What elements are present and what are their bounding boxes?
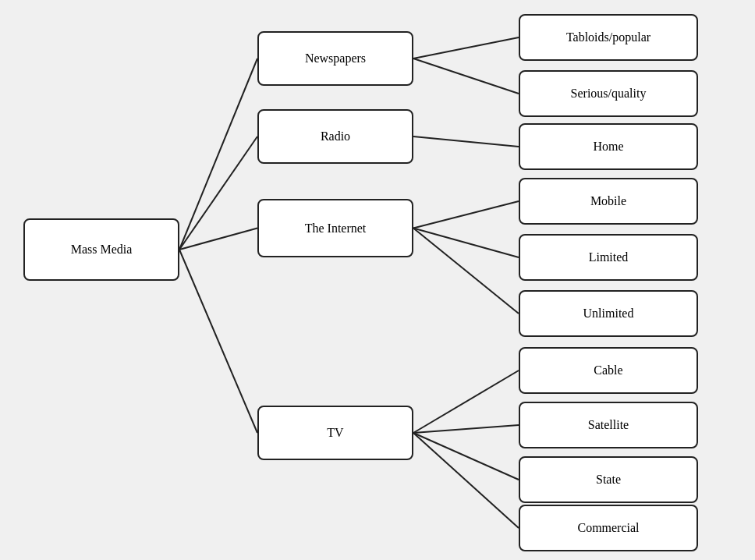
svg-line-2 xyxy=(179,229,257,250)
node-cable: Cable xyxy=(519,347,698,394)
node-newspapers: Newspapers xyxy=(257,31,413,86)
node-radio: Radio xyxy=(257,109,413,164)
svg-line-12 xyxy=(413,433,519,480)
node-mass-media: Mass Media xyxy=(23,218,179,281)
node-limited: Limited xyxy=(519,234,698,281)
node-commercial: Commercial xyxy=(519,505,698,551)
svg-line-3 xyxy=(179,250,257,433)
node-internet: The Internet xyxy=(257,199,413,257)
svg-line-1 xyxy=(179,136,257,250)
svg-line-8 xyxy=(413,229,519,258)
svg-line-0 xyxy=(179,58,257,250)
node-tabloids: Tabloids/popular xyxy=(519,14,698,61)
node-unlimited: Unlimited xyxy=(519,290,698,337)
node-tv: TV xyxy=(257,406,413,460)
node-satellite: Satellite xyxy=(519,402,698,448)
svg-line-10 xyxy=(413,370,519,433)
node-state: State xyxy=(519,456,698,503)
node-mobile: Mobile xyxy=(519,178,698,225)
node-serious: Serious/quality xyxy=(519,70,698,117)
svg-line-9 xyxy=(413,229,519,314)
svg-line-7 xyxy=(413,201,519,229)
svg-line-13 xyxy=(413,433,519,528)
svg-line-5 xyxy=(413,58,519,94)
node-home: Home xyxy=(519,123,698,170)
diagram-container: Mass MediaNewspapersRadioThe InternetTVT… xyxy=(0,0,755,560)
svg-line-6 xyxy=(413,136,519,147)
svg-line-11 xyxy=(413,425,519,433)
svg-line-4 xyxy=(413,37,519,58)
